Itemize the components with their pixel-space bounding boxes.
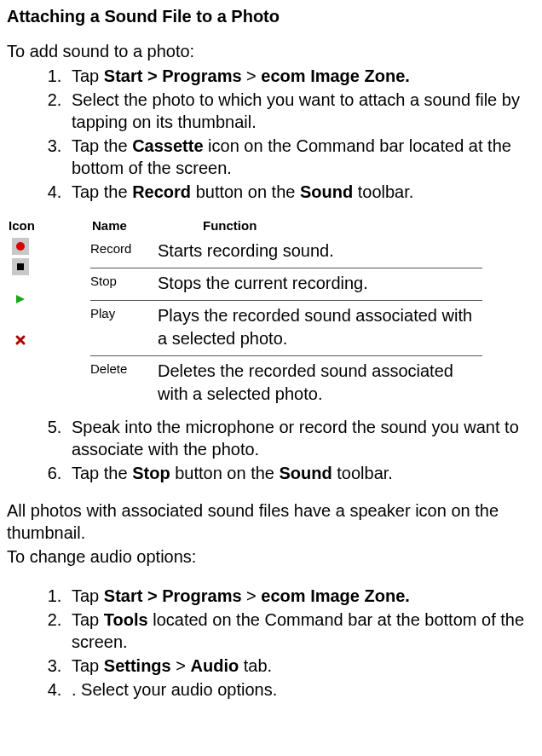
- bold: Sound: [300, 182, 353, 201]
- bold: Audio: [191, 656, 239, 675]
- bold: Start > Programs: [104, 66, 242, 85]
- step-5: Speak into the microphone or record the …: [66, 416, 535, 460]
- text: Tap the: [72, 464, 132, 482]
- table-row: Stop Stops the current recording.: [90, 268, 482, 300]
- step-3: Tap the Cassette icon on the Command bar…: [66, 135, 535, 179]
- bold: Cassette: [132, 136, 203, 155]
- text: toolbar.: [332, 464, 393, 482]
- change-audio-steps: Tap Start > Programs > ecom Image Zone. …: [7, 585, 535, 701]
- text: button on the: [170, 464, 280, 482]
- row-name: Delete: [90, 360, 154, 406]
- row-function: Deletes the recorded sound associated wi…: [154, 360, 482, 406]
- bold: Tools: [104, 610, 148, 629]
- speaker-icon-note: All photos with associated sound files h…: [7, 499, 535, 544]
- icon-table-header: Icon Name Function: [7, 218, 535, 233]
- text: toolbar.: [353, 182, 413, 201]
- icon-group-record-stop: [12, 236, 29, 277]
- document-page: Attaching a Sound File to a Photo To add…: [0, 0, 542, 736]
- text: >: [242, 586, 262, 605]
- table-row: Record Starts recording sound.: [90, 236, 482, 268]
- row-function: Plays the recorded sound associated with…: [154, 304, 482, 350]
- page-title: Attaching a Sound File to a Photo: [7, 7, 535, 26]
- svg-rect-1: [17, 263, 24, 270]
- record-icon: [12, 238, 29, 255]
- delete-icon: [12, 332, 29, 349]
- stop-icon: [12, 258, 29, 275]
- table-row: Delete Deletes the recorded sound associ…: [90, 355, 482, 411]
- add-sound-steps-cont: Speak into the microphone or record the …: [7, 416, 535, 484]
- step-2: Tap Tools located on the Command bar at …: [66, 609, 535, 653]
- text: Tap: [72, 586, 104, 605]
- text: Tap: [72, 610, 104, 629]
- bold: Settings: [104, 656, 171, 675]
- bold: Stop: [132, 464, 170, 482]
- text: >: [171, 656, 191, 675]
- row-name: Play: [90, 304, 154, 350]
- header-function: Function: [203, 218, 535, 233]
- row-name: Record: [90, 239, 154, 263]
- intro-add-sound: To add sound to a photo:: [7, 42, 535, 61]
- step-1: Tap Start > Programs > ecom Image Zone.: [66, 585, 535, 607]
- step-4: Tap the Record button on the Sound toolb…: [66, 181, 535, 203]
- text: Tap: [72, 656, 104, 675]
- text: button on the: [191, 182, 300, 201]
- text: tab.: [239, 656, 272, 675]
- step-1: Tap Start > Programs > ecom Image Zone.: [66, 65, 535, 87]
- row-name: Stop: [90, 272, 154, 295]
- text: Tap: [72, 66, 104, 85]
- text: Tap the: [72, 136, 132, 155]
- icon-table: Icon Name Function: [7, 218, 535, 411]
- step-4: . Select your audio options.: [66, 678, 535, 701]
- bold: Record: [132, 182, 191, 201]
- icon-column: [7, 236, 90, 411]
- icon-group-play: [12, 289, 29, 309]
- step-2: Select the photo to which you want to at…: [66, 89, 535, 133]
- icon-group-delete: [12, 330, 29, 350]
- add-sound-steps: Tap Start > Programs > ecom Image Zone. …: [7, 65, 535, 203]
- header-icon: Icon: [7, 218, 92, 233]
- row-function: Starts recording sound.: [154, 239, 482, 263]
- bold: Start > Programs: [104, 586, 242, 605]
- text: >: [242, 66, 262, 85]
- svg-marker-2: [16, 295, 25, 303]
- name-function-column: Record Starts recording sound. Stop Stop…: [90, 236, 482, 411]
- bold: ecom Image Zone.: [261, 586, 410, 605]
- bold: Sound: [280, 464, 332, 482]
- text: Tap the: [72, 182, 132, 201]
- intro-change-options: To change audio options:: [7, 545, 535, 568]
- step-3: Tap Settings > Audio tab.: [66, 655, 535, 677]
- bold: ecom Image Zone.: [261, 66, 410, 85]
- step-6: Tap the Stop button on the Sound toolbar…: [66, 462, 535, 484]
- header-name: Name: [92, 218, 203, 233]
- row-function: Stops the current recording.: [154, 272, 482, 295]
- svg-point-0: [16, 242, 25, 251]
- play-icon: [12, 291, 29, 308]
- icon-table-body: Record Starts recording sound. Stop Stop…: [7, 236, 535, 411]
- table-row: Play Plays the recorded sound associated…: [90, 300, 482, 355]
